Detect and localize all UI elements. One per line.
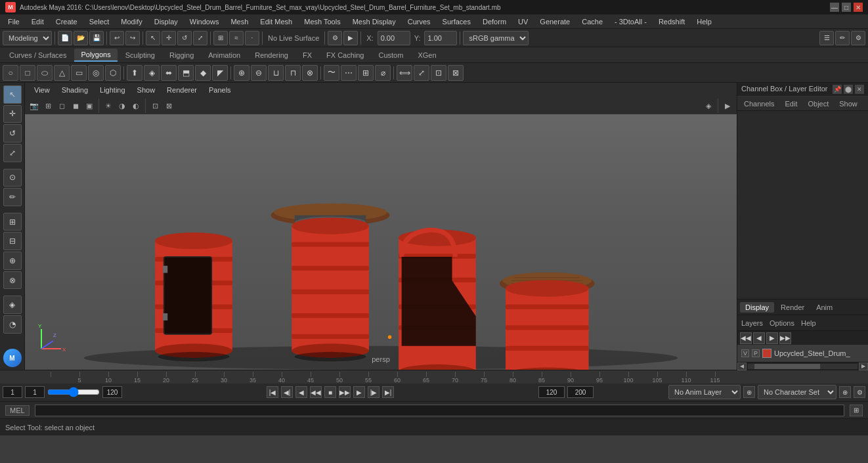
separate-icon-btn[interactable]: ⊖ (251, 65, 267, 81)
planar-map-icon-btn[interactable]: ⊠ (448, 65, 464, 81)
lasso-tool-btn[interactable]: ⊙ (3, 169, 22, 187)
show-tab[interactable]: Show (835, 99, 861, 109)
options-tab[interactable]: Options (770, 319, 794, 327)
retopo-icon-btn[interactable]: ⊞ (358, 65, 374, 81)
y-coord-input[interactable] (424, 31, 457, 45)
track-tool-btn[interactable]: ⊟ (3, 232, 22, 250)
uv-editor-icon-btn[interactable]: ⊡ (431, 65, 446, 81)
vp-resolution-btn[interactable]: ◈ (702, 99, 715, 112)
tool-settings-button[interactable]: ⚙ (851, 31, 865, 45)
vp-menu-renderer[interactable]: Renderer (162, 85, 202, 95)
go-to-start-btn[interactable]: |◀ (267, 386, 278, 398)
menu-redshift[interactable]: Redshift (653, 16, 690, 27)
vp-texture-btn[interactable]: ▣ (83, 99, 96, 112)
tab-fx-caching[interactable]: FX Caching (320, 49, 370, 61)
layer-prev-frame-btn[interactable]: ◀ (753, 332, 765, 344)
vp-smooth-btn[interactable]: ◼ (69, 99, 82, 112)
tab-rigging[interactable]: Rigging (163, 49, 200, 61)
vp-menu-lighting[interactable]: Lighting (95, 85, 131, 95)
vp-playblast-btn[interactable]: ▶ (721, 99, 734, 112)
menu-modify[interactable]: Modify (116, 16, 147, 27)
menu-uv[interactable]: UV (513, 16, 533, 27)
channels-tab[interactable]: Channels (740, 99, 778, 109)
menu-mesh-display[interactable]: Mesh Display (347, 16, 401, 27)
scale-tool-left-btn[interactable]: ⤢ (3, 144, 22, 162)
channel-pin-btn[interactable]: 📌 (833, 85, 842, 94)
current-frame-input[interactable] (3, 386, 22, 398)
rotate-tool-button[interactable]: ↺ (177, 31, 192, 45)
vp-menu-panels[interactable]: Panels (204, 85, 236, 95)
torus-icon-btn[interactable]: ◎ (88, 65, 104, 81)
menu-select[interactable]: Select (84, 16, 115, 27)
reduce-icon-btn[interactable]: ⋯ (341, 65, 357, 81)
menu-edit[interactable]: Edit (26, 16, 49, 27)
snap-point-button[interactable]: · (245, 31, 259, 45)
edit-tab[interactable]: Edit (781, 99, 801, 109)
display-tab[interactable]: Display (740, 302, 774, 313)
combine-icon-btn[interactable]: ⊕ (234, 65, 250, 81)
scale-tool-button[interactable]: ⤢ (193, 31, 207, 45)
vp-camera-btn[interactable]: 📷 (28, 99, 41, 112)
menu-display[interactable]: Display (149, 16, 183, 27)
boolean-int-icon-btn[interactable]: ⊗ (302, 65, 318, 81)
move-tool-left-btn[interactable]: ✛ (3, 105, 22, 123)
layer-playback-btn[interactable]: P (752, 349, 760, 357)
menu-3dtoall[interactable]: - 3DtoAll - (609, 16, 652, 27)
scroll-right-btn[interactable]: ▶ (859, 363, 868, 370)
menu-edit-mesh[interactable]: Edit Mesh (255, 16, 297, 27)
next-frame-btn[interactable]: ▶ (353, 386, 365, 398)
range-start-input[interactable] (538, 386, 565, 398)
move-tool-button[interactable]: ✛ (162, 31, 176, 45)
render-tab[interactable]: Render (775, 302, 810, 313)
timeline-settings-btn[interactable]: ⚙ (854, 386, 865, 398)
vp-shadow-btn[interactable]: ◑ (116, 99, 129, 112)
menu-generate[interactable]: Generate (534, 16, 575, 27)
anim-layer-selector[interactable]: No Anim Layer (668, 385, 741, 399)
bridge-icon-btn[interactable]: ⬌ (161, 65, 177, 81)
tab-custom[interactable]: Custom (372, 49, 410, 61)
tab-animation[interactable]: Animation (202, 49, 247, 61)
zoom-tool-btn[interactable]: ⊗ (3, 271, 22, 290)
menu-file[interactable]: File (3, 16, 25, 27)
flip-icon-btn[interactable]: ⤢ (414, 65, 429, 81)
menu-windows[interactable]: Windows (184, 16, 225, 27)
script-editor-btn[interactable]: ⊞ (850, 405, 863, 416)
menu-curves[interactable]: Curves (402, 16, 436, 27)
snap-mode-btn[interactable]: ◈ (3, 296, 22, 314)
sculpt-icon-btn[interactable]: ⌀ (375, 65, 391, 81)
channel-expand-btn[interactable]: ⬤ (844, 85, 853, 94)
boolean-union-icon-btn[interactable]: ⊔ (268, 65, 284, 81)
anim-tab[interactable]: Anim (811, 302, 838, 313)
select-tool-left-btn[interactable]: ↖ (3, 85, 22, 104)
layer-next-btn[interactable]: ▶▶ (779, 332, 791, 344)
layer-next-frame-btn[interactable]: ▶ (766, 332, 778, 344)
workspace-selector[interactable]: Modeling (3, 31, 52, 45)
dolly-tool-btn[interactable]: ⊕ (3, 252, 22, 270)
x-coord-input[interactable] (378, 31, 410, 45)
vp-menu-view[interactable]: View (29, 85, 55, 95)
viewport[interactable]: View Shading Lighting Show Renderer Pane… (25, 83, 737, 370)
range-end-input[interactable] (567, 386, 594, 398)
wedge-icon-btn[interactable]: ◤ (212, 65, 228, 81)
tab-sculpting[interactable]: Sculpting (119, 49, 162, 61)
fill-hole-icon-btn[interactable]: ⬒ (178, 65, 194, 81)
attr-editor-button[interactable]: ✏ (835, 31, 850, 45)
cube-icon-btn[interactable]: □ (20, 65, 35, 81)
layer-visibility-btn[interactable]: V (741, 349, 749, 357)
menu-create[interactable]: Create (51, 16, 83, 27)
pipe-icon-btn[interactable]: ⬡ (105, 65, 121, 81)
frame-start-input[interactable] (25, 386, 45, 398)
snap-curve-button[interactable]: ≈ (229, 31, 244, 45)
tab-fx[interactable]: FX (296, 49, 318, 61)
step-back-btn[interactable]: ◀| (281, 386, 293, 398)
paint-tool-btn[interactable]: ✏ (3, 188, 22, 206)
rotate-tool-left-btn[interactable]: ↺ (3, 124, 22, 143)
tab-xgen[interactable]: XGen (411, 49, 443, 61)
vp-menu-show[interactable]: Show (132, 85, 161, 95)
smooth-icon-btn[interactable]: 〜 (324, 65, 339, 81)
ipr-button[interactable]: ▶ (343, 31, 358, 45)
layers-scrollbar[interactable]: ◀ ▶ (737, 362, 868, 370)
cone-icon-btn[interactable]: △ (54, 65, 70, 81)
snap-grid-button[interactable]: ⊞ (213, 31, 228, 45)
vp-hud-btn[interactable]: ⊠ (162, 99, 175, 112)
